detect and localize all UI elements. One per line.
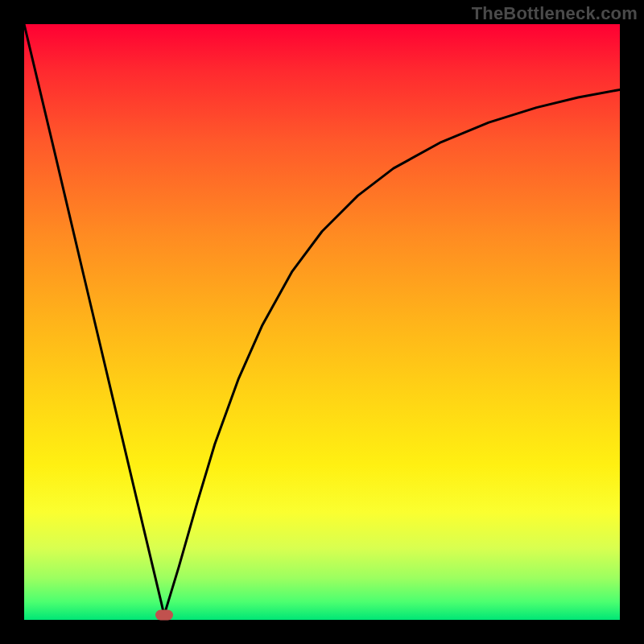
- chart-frame: TheBottleneck.com: [0, 0, 644, 644]
- watermark-text: TheBottleneck.com: [472, 3, 638, 24]
- minimum-marker: [155, 610, 173, 621]
- bottleneck-curve: [24, 24, 620, 620]
